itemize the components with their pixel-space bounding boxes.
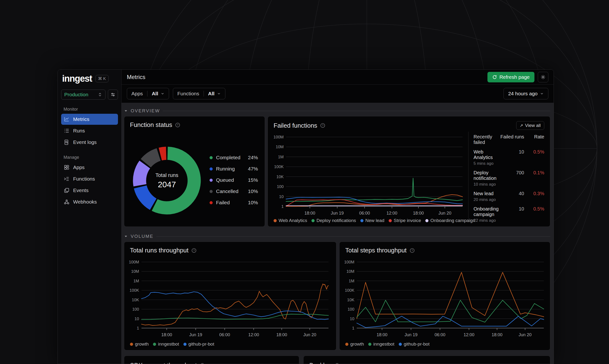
legend-item[interactable]: growth — [345, 341, 364, 347]
svg-text:10K: 10K — [132, 298, 139, 302]
svg-text:Jun 20: Jun 20 — [303, 332, 316, 337]
svg-text:18:00: 18:00 — [413, 211, 424, 216]
refresh-page-button[interactable]: Refresh page — [487, 72, 534, 82]
apps-grid-icon — [64, 164, 70, 170]
manage-section-label: Manage — [64, 155, 118, 160]
volume-section-header[interactable]: VOLUME — [124, 233, 550, 240]
chevron-down-icon — [540, 92, 544, 96]
svg-text:18:00: 18:00 — [304, 211, 315, 216]
apps-filter[interactable]: Apps All — [127, 88, 169, 99]
svg-text:100K: 100K — [345, 288, 354, 293]
table-row[interactable]: Onboarding campaign22 mins ago 10 0.5% — [473, 206, 544, 223]
view-all-button[interactable]: ↗ View all — [516, 121, 544, 130]
sidebar-item-label: Runs — [73, 128, 85, 134]
help-icon[interactable]: ? — [175, 122, 180, 128]
external-arrow-icon: ↗ — [520, 123, 523, 128]
svg-text:12:00: 12:00 — [387, 211, 397, 216]
donut-center-value: 2047 — [158, 180, 176, 189]
volume-section-label: VOLUME — [131, 234, 153, 239]
sidebar-item-event-logs[interactable]: Event logs — [61, 137, 118, 148]
svg-text:1M: 1M — [349, 279, 354, 283]
svg-text:06:00: 06:00 — [219, 332, 230, 337]
sdk-request-throughput-card: SDK request throughput ? — [124, 356, 299, 364]
total-runs-throughput-card: Total runs throughput ? 100M10M1M100K10K… — [124, 242, 336, 350]
time-range-selector[interactable]: 24 hours ago — [503, 88, 548, 99]
apps-filter-label: Apps — [127, 91, 147, 96]
apps-filter-value: All — [152, 91, 158, 96]
legend-item[interactable]: Onboarding campaign — [425, 218, 475, 223]
legend-item[interactable]: New lead — [360, 218, 384, 223]
table-row[interactable]: Web Analytics5 mins ago 10 0.5% — [473, 149, 544, 166]
runs-list-icon — [64, 128, 70, 134]
sidebar-item-events[interactable]: Events — [61, 185, 118, 196]
environment-selector[interactable]: Production — [61, 90, 106, 100]
sidebar-item-label: Webhooks — [73, 199, 97, 205]
svg-text:100M: 100M — [344, 260, 354, 264]
help-icon[interactable]: ? — [191, 248, 197, 253]
legend-item[interactable]: github-pr-bot — [183, 341, 214, 347]
help-icon[interactable]: ? — [334, 363, 340, 364]
help-icon[interactable]: ? — [410, 248, 415, 253]
function-status-legend: Completed24%Running47%Queued15%Cancelled… — [209, 155, 258, 206]
svg-text:12:00: 12:00 — [248, 332, 259, 337]
svg-text:Jun 19: Jun 19 — [189, 332, 202, 337]
svg-text:Jun 19: Jun 19 — [404, 332, 417, 337]
legend-item[interactable]: inngestbot — [368, 341, 394, 347]
functions-filter[interactable]: Functions All — [173, 88, 225, 99]
svg-text:100M: 100M — [273, 135, 284, 139]
refresh-icon — [492, 75, 497, 79]
legend-item[interactable]: Deploy notifications — [311, 218, 356, 223]
legend-item[interactable]: Failed10% — [209, 200, 258, 206]
svg-text:1M: 1M — [133, 279, 139, 283]
table-header: Recently failed — [473, 134, 500, 145]
svg-text:12:00: 12:00 — [463, 332, 474, 337]
stacked-windows-icon — [64, 187, 70, 194]
legend-item[interactable]: github-pr-bot — [399, 341, 430, 347]
backlog-title: Backlog — [309, 362, 332, 364]
environment-filter-button[interactable] — [108, 90, 118, 100]
total-steps-chart: 100M10M1M100K10K10010118:00Jun 1906:0012… — [342, 259, 547, 339]
table-row[interactable]: Deploy notification10 mins ago 700 0.1% — [473, 170, 544, 187]
svg-text:10: 10 — [135, 317, 139, 321]
legend-item[interactable]: Web Analytics — [274, 218, 307, 223]
help-icon[interactable]: ? — [320, 123, 325, 128]
sidebar-item-runs[interactable]: Runs — [61, 125, 118, 136]
svg-text:1: 1 — [352, 326, 354, 330]
svg-text:?: ? — [193, 249, 195, 252]
legend-item[interactable]: Cancelled10% — [209, 188, 258, 194]
legend-item[interactable]: Queued15% — [209, 177, 258, 183]
function-status-donut: Total runs 2047 — [131, 145, 203, 217]
svg-text:1: 1 — [281, 204, 284, 209]
total-steps-throughput-card: Total steps throughput ? 100M10M1M100K10… — [339, 242, 550, 350]
overview-section-header[interactable]: OVERVIEW — [124, 107, 550, 114]
function-status-title: Function status — [130, 121, 172, 129]
help-icon[interactable]: ? — [200, 363, 205, 364]
backlog-card: Backlog ? — [303, 356, 550, 364]
svg-text:100: 100 — [348, 307, 354, 312]
sidebar-item-functions[interactable]: Functions — [61, 173, 118, 184]
total-steps-chart-legend: growthinngestbotgithub-pr-bot — [345, 341, 434, 347]
legend-item[interactable]: Completed24% — [209, 155, 258, 160]
settings-button[interactable] — [538, 72, 548, 82]
sidebar-item-webhooks[interactable]: Webhooks — [61, 196, 118, 207]
legend-item[interactable]: inngestbot — [153, 341, 179, 347]
top-bar: Metrics Refresh page — [122, 70, 554, 85]
functions-filter-value: All — [208, 91, 215, 96]
legend-item[interactable]: Running47% — [209, 166, 258, 172]
up-down-chevron-icon — [97, 92, 102, 97]
view-all-label: View all — [525, 123, 541, 128]
dashboard-window: inngest ⌘ K Production Monitor Metrics R… — [57, 69, 554, 364]
svg-text:?: ? — [411, 249, 413, 252]
content-area: OVERVIEW Function status ? Total runs 20… — [122, 103, 554, 364]
sidebar-item-metrics[interactable]: Metrics — [61, 114, 118, 125]
table-row[interactable]: New lead20 mins ago 40 0.3% — [473, 191, 544, 202]
legend-item[interactable]: growth — [130, 341, 149, 347]
failed-functions-chart: 100M10M1M100K10K10010118:00Jun 1906:0012… — [271, 134, 466, 217]
failed-functions-chart-legend: Web AnalyticsDeploy notificationsNew lea… — [274, 218, 480, 223]
caret-down-icon — [124, 109, 128, 113]
svg-text:18:00: 18:00 — [492, 332, 502, 337]
sidebar-item-apps[interactable]: Apps — [61, 162, 118, 173]
svg-text:10: 10 — [350, 317, 354, 321]
gear-icon — [540, 75, 546, 80]
legend-item[interactable]: Stripe invoice — [389, 218, 421, 223]
